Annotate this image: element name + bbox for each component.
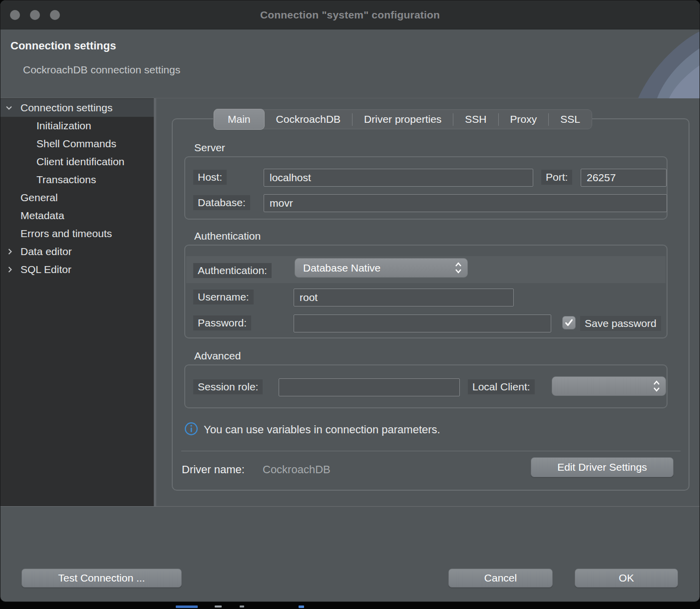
tab-main[interactable]: Main xyxy=(214,109,265,130)
ok-button[interactable]: OK xyxy=(575,569,678,588)
sidebar-item-label: General xyxy=(20,192,58,204)
connection-tabs: Main CockroachDB Driver properties SSH P… xyxy=(213,109,592,129)
sidebar-item-label: Metadata xyxy=(20,210,64,222)
edit-driver-settings-button[interactable]: Edit Driver Settings xyxy=(531,457,674,477)
server-group: Server Host: Port: Database: xyxy=(184,156,668,220)
authentication-select[interactable]: Database Native xyxy=(295,258,468,278)
dialog-header: Connection settings CockroachDB connecti… xyxy=(0,29,700,98)
local-client-label: Local Client: xyxy=(468,379,535,394)
sidebar-item-transactions[interactable]: Transactions xyxy=(0,171,154,189)
page-title: Connection settings xyxy=(10,39,116,52)
dialog-body: Connection settings Initialization Shell… xyxy=(0,98,700,506)
info-icon xyxy=(184,422,198,436)
main-panel: Main CockroachDB Driver properties SSH P… xyxy=(156,98,700,506)
connection-config-dialog: Connection "system" configuration Connec… xyxy=(0,0,700,602)
sidebar-item-metadata[interactable]: Metadata xyxy=(0,207,154,225)
sidebar-item-label: Transactions xyxy=(36,174,96,186)
sidebar-item-data-editor[interactable]: Data editor xyxy=(0,243,154,261)
background-artifact xyxy=(299,606,304,608)
tab-label: Driver properties xyxy=(364,113,441,125)
advanced-group-legend: Advanced xyxy=(194,350,241,362)
save-password-checkbox[interactable] xyxy=(562,316,576,329)
chevron-down-icon[interactable] xyxy=(4,103,13,112)
save-password-label: Save password xyxy=(580,316,661,331)
test-connection-button[interactable]: Test Connection ... xyxy=(21,569,182,588)
username-input[interactable] xyxy=(294,289,514,306)
database-label: Database: xyxy=(193,195,250,210)
maximize-window-button[interactable] xyxy=(50,10,60,20)
tab-label: CockroachDB xyxy=(276,113,341,125)
advanced-group: Advanced Session role: Local Client: xyxy=(184,364,668,408)
background-artifact xyxy=(215,606,222,608)
port-label: Port: xyxy=(541,170,572,185)
sidebar-item-connection-settings[interactable]: Connection settings xyxy=(0,99,154,117)
authentication-label: Authentication: xyxy=(193,263,272,278)
footer-divider xyxy=(0,506,700,507)
sidebar-item-label: Shell Commands xyxy=(36,138,116,150)
authentication-group: Authentication Authentication: Database … xyxy=(184,245,668,338)
session-role-label: Session role: xyxy=(193,379,263,394)
window-title: Connection "system" configuration xyxy=(260,9,440,21)
tab-label: SSL xyxy=(560,113,580,125)
password-label: Password: xyxy=(193,315,251,330)
driver-name-label: Driver name: xyxy=(182,463,245,476)
check-icon xyxy=(564,318,574,327)
info-message: You can use variables in connection para… xyxy=(204,423,440,436)
decorative-arcs xyxy=(612,29,700,98)
chevron-right-icon[interactable] xyxy=(5,265,14,274)
background-artifact xyxy=(176,606,198,608)
cancel-button[interactable]: Cancel xyxy=(448,569,553,588)
sidebar-item-initialization[interactable]: Initialization xyxy=(0,117,154,135)
desktop-background-strip xyxy=(0,602,700,609)
sidebar-item-label: Client identification xyxy=(36,156,124,168)
sidebar-item-label: SQL Editor xyxy=(20,264,71,276)
tab-ssl[interactable]: SSL xyxy=(549,109,592,129)
sidebar-item-client-identification[interactable]: Client identification xyxy=(0,153,154,171)
tab-content-main: Server Host: Port: Database: Authenticat… xyxy=(172,118,690,491)
sidebar-item-label: Errors and timeouts xyxy=(20,228,112,240)
authentication-select-value: Database Native xyxy=(303,262,450,274)
updown-chevron-icon xyxy=(454,261,462,275)
tab-label: Main xyxy=(228,113,251,125)
panel-divider xyxy=(181,451,681,451)
port-input[interactable] xyxy=(581,169,667,187)
username-label: Username: xyxy=(193,290,254,304)
tab-label: SSH xyxy=(465,113,486,125)
server-group-legend: Server xyxy=(194,142,225,154)
database-input[interactable] xyxy=(264,194,667,212)
authentication-group-legend: Authentication xyxy=(194,230,261,242)
settings-tree: Connection settings Initialization Shell… xyxy=(0,98,154,506)
sidebar-item-label: Connection settings xyxy=(20,102,112,114)
sidebar-item-general[interactable]: General xyxy=(0,189,154,207)
driver-name-value: CockroachDB xyxy=(263,463,331,476)
sidebar-item-sql-editor[interactable]: SQL Editor xyxy=(0,261,154,279)
host-input[interactable] xyxy=(264,169,533,187)
tab-ssh[interactable]: SSH xyxy=(453,109,498,129)
password-input[interactable] xyxy=(294,314,551,332)
tab-proxy[interactable]: Proxy xyxy=(499,109,549,129)
minimize-window-button[interactable] xyxy=(30,10,40,20)
updown-chevron-icon xyxy=(653,379,661,393)
tab-cockroachdb[interactable]: CockroachDB xyxy=(265,109,352,129)
save-password-label-wrap: Save password xyxy=(580,316,668,331)
sidebar-item-label: Data editor xyxy=(20,246,72,258)
tab-label: Proxy xyxy=(510,113,537,125)
page-subtitle: CockroachDB connection settings xyxy=(23,64,180,76)
tab-driver-properties[interactable]: Driver properties xyxy=(352,109,453,129)
session-role-input[interactable] xyxy=(279,378,460,396)
sidebar-item-errors-and-timeouts[interactable]: Errors and timeouts xyxy=(0,225,154,243)
title-bar: Connection "system" configuration xyxy=(0,0,700,29)
close-window-button[interactable] xyxy=(10,10,20,20)
sidebar-item-shell-commands[interactable]: Shell Commands xyxy=(0,135,154,153)
local-client-select[interactable] xyxy=(552,376,666,396)
background-artifact xyxy=(240,606,244,608)
traffic-lights xyxy=(10,10,60,20)
sidebar-item-label: Initialization xyxy=(36,120,91,132)
host-label: Host: xyxy=(193,170,227,185)
chevron-right-icon[interactable] xyxy=(5,247,14,256)
